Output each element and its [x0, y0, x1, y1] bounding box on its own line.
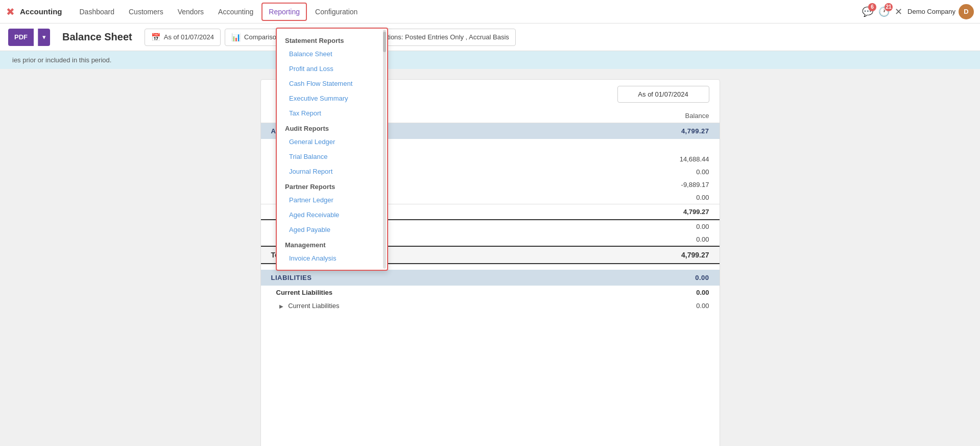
pdf-dropdown-button[interactable]: ▾: [38, 29, 50, 46]
menu-general-ledger[interactable]: General Ledger: [277, 134, 387, 149]
info-banner: ies prior or included in this period.: [0, 51, 980, 69]
menu-aged-receivable[interactable]: Aged Receivable: [277, 207, 387, 222]
nav-reporting[interactable]: Reporting: [261, 3, 307, 21]
current-liabilities-sub-row[interactable]: ▶ Current Liabilities 0.00: [261, 299, 720, 312]
menu-profit-loss[interactable]: Profit and Loss: [277, 69, 387, 76]
nav-right-section: 💬 6 🕐 21 ✕ Demo Company D: [862, 4, 974, 19]
col-header-balance: Balance: [539, 109, 719, 123]
nav-dashboard[interactable]: Dashboard: [74, 4, 121, 20]
nav-configuration[interactable]: Configuration: [309, 4, 364, 20]
receivables-value: 0.00: [539, 166, 719, 178]
assets-header-value: 4,799.27: [539, 123, 719, 139]
noncurrent-assets-value: 0.00: [539, 233, 719, 246]
nav-vendors[interactable]: Vendors: [172, 4, 210, 20]
current-liabilities-header: Current Liabilities 0.00: [261, 286, 720, 299]
partner-reports-label: Partner Reports: [277, 179, 387, 193]
activities-badge: 21: [885, 3, 893, 11]
user-menu[interactable]: Demo Company D: [907, 4, 974, 19]
as-of-date-button[interactable]: 📅 As of 01/07/2024: [145, 29, 221, 46]
audit-reports-label: Audit Reports: [277, 121, 387, 134]
close-icon[interactable]: ✕: [895, 6, 902, 17]
reporting-dropdown-menu: Statement Reports Balance Sheet Profit a…: [276, 69, 388, 271]
nav-accounting[interactable]: Accounting: [212, 4, 259, 20]
menu-aged-payable[interactable]: Aged Payable: [277, 222, 387, 237]
options-label: Options: Posted Entries Only , Accrual B…: [378, 33, 509, 41]
total-assets-value: 4,799.27: [539, 246, 719, 264]
total-current-assets-value: 4,799.27: [539, 204, 719, 220]
chart-icon: 📊: [231, 33, 241, 42]
app-name: Accounting: [20, 7, 62, 16]
bank-cash-value: 14,688.44: [539, 153, 719, 166]
pdf-button[interactable]: PDF: [8, 29, 34, 46]
nav-customers[interactable]: Customers: [123, 4, 170, 20]
notifications-button[interactable]: 💬 6: [862, 6, 873, 17]
current-assets-sub-value: -9,889.17: [539, 178, 719, 191]
management-label: Management: [277, 237, 387, 251]
page-title: Balance Sheet: [62, 31, 132, 43]
menu-trial-balance[interactable]: Trial Balance: [277, 149, 387, 164]
as-of-date-label: As of 01/07/2024: [164, 33, 214, 41]
calendar-icon: 📅: [151, 33, 161, 42]
dropdown-scrollbar[interactable]: [383, 69, 386, 269]
notifications-badge: 6: [868, 3, 876, 11]
comparison-label: Comparison: [244, 33, 280, 41]
fixed-assets-value: 0.00: [539, 220, 719, 233]
main-content: As of 01/07/2024 Balance ASSETS 4,799.27…: [0, 69, 980, 446]
app-logo: ✖: [6, 6, 15, 18]
liabilities-label: LIABILITIES: [261, 270, 540, 286]
menu-cash-flow[interactable]: Cash Flow Statement: [277, 76, 387, 91]
report-toolbar: PDF ▾ Balance Sheet 📅 As of 01/07/2024 📊…: [0, 24, 980, 51]
menu-invoice-analysis[interactable]: Invoice Analysis: [277, 251, 387, 266]
liabilities-section-header: LIABILITIES 0.00: [261, 270, 720, 286]
menu-executive-summary[interactable]: Executive Summary: [277, 91, 387, 106]
menu-journal-report[interactable]: Journal Report: [277, 164, 387, 179]
current-liabilities-sub-value: 0.00: [539, 299, 719, 312]
current-liabilities-label: Current Liabilities: [261, 286, 540, 299]
menu-tax-report[interactable]: Tax Report: [277, 106, 387, 121]
activities-button[interactable]: 🕐 21: [878, 6, 890, 17]
current-liabilities-sub-label: ▶ Current Liabilities: [261, 299, 540, 312]
user-avatar: D: [959, 4, 974, 19]
liabilities-value: 0.00: [539, 270, 719, 286]
menu-partner-ledger[interactable]: Partner Ledger: [277, 193, 387, 207]
date-header-box: As of 01/07/2024: [617, 86, 709, 103]
top-navigation: ✖ Accounting Dashboard Customers Vendors…: [0, 0, 980, 24]
current-liabilities-value: 0.00: [539, 286, 719, 299]
expand-icon-4: ▶: [279, 303, 283, 309]
info-banner-text: ies prior or included in this period.: [12, 56, 111, 64]
company-name: Demo Company: [907, 8, 955, 15]
prepayments-value: 0.00: [539, 191, 719, 204]
